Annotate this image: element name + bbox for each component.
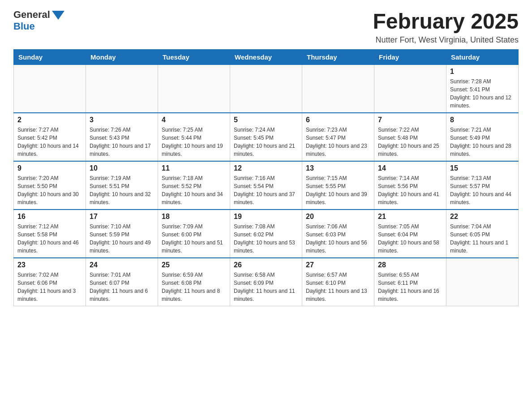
table-row: 10Sunrise: 7:19 AMSunset: 5:51 PMDayligh…: [86, 161, 158, 210]
logo-blue-text: Blue: [13, 21, 35, 32]
calendar-week-row: 16Sunrise: 7:12 AMSunset: 5:58 PMDayligh…: [14, 210, 519, 258]
day-info: Sunrise: 7:25 AMSunset: 5:44 PMDaylight:…: [162, 126, 226, 158]
logo-triangle-icon: [52, 11, 64, 20]
table-row: 23Sunrise: 7:02 AMSunset: 6:06 PMDayligh…: [14, 258, 86, 306]
day-number: 9: [17, 164, 82, 172]
day-number: 17: [90, 213, 154, 221]
day-info: Sunrise: 7:26 AMSunset: 5:43 PMDaylight:…: [90, 126, 154, 158]
calendar-table: Sunday Monday Tuesday Wednesday Thursday…: [13, 49, 519, 306]
table-row: 2Sunrise: 7:27 AMSunset: 5:42 PMDaylight…: [14, 113, 86, 161]
table-row: 11Sunrise: 7:18 AMSunset: 5:52 PMDayligh…: [158, 161, 230, 210]
table-row: 9Sunrise: 7:20 AMSunset: 5:50 PMDaylight…: [14, 161, 86, 210]
table-row: [374, 65, 446, 113]
day-info: Sunrise: 7:06 AMSunset: 6:03 PMDaylight:…: [306, 223, 370, 255]
day-info: Sunrise: 7:05 AMSunset: 6:04 PMDaylight:…: [378, 223, 442, 255]
table-row: 18Sunrise: 7:09 AMSunset: 6:00 PMDayligh…: [158, 210, 230, 258]
day-number: 16: [17, 213, 82, 221]
day-info: Sunrise: 7:28 AMSunset: 5:41 PMDaylight:…: [450, 77, 515, 110]
day-number: 7: [378, 116, 442, 124]
day-info: Sunrise: 7:12 AMSunset: 5:58 PMDaylight:…: [17, 223, 82, 255]
day-info: Sunrise: 7:10 AMSunset: 5:59 PMDaylight:…: [90, 223, 154, 255]
day-number: 14: [378, 164, 442, 172]
day-number: 21: [378, 213, 442, 221]
header-friday: Friday: [374, 50, 446, 65]
day-number: 2: [17, 116, 82, 124]
day-number: 20: [306, 213, 370, 221]
table-row: 1Sunrise: 7:28 AMSunset: 5:41 PMDaylight…: [446, 65, 519, 113]
day-number: 27: [306, 261, 370, 269]
table-row: 22Sunrise: 7:04 AMSunset: 6:05 PMDayligh…: [446, 210, 519, 258]
day-info: Sunrise: 7:27 AMSunset: 5:42 PMDaylight:…: [17, 126, 82, 158]
table-row: 6Sunrise: 7:23 AMSunset: 5:47 PMDaylight…: [302, 113, 374, 161]
day-info: Sunrise: 7:24 AMSunset: 5:45 PMDaylight:…: [234, 126, 298, 158]
day-number: 15: [450, 164, 515, 172]
day-info: Sunrise: 6:55 AMSunset: 6:11 PMDaylight:…: [378, 271, 442, 303]
day-info: Sunrise: 7:18 AMSunset: 5:52 PMDaylight:…: [162, 174, 226, 206]
day-info: Sunrise: 6:58 AMSunset: 6:09 PMDaylight:…: [234, 271, 298, 303]
day-info: Sunrise: 6:57 AMSunset: 6:10 PMDaylight:…: [306, 271, 370, 303]
day-info: Sunrise: 7:04 AMSunset: 6:05 PMDaylight:…: [450, 223, 515, 255]
month-title: February 2025: [373, 9, 519, 34]
table-row: [446, 258, 519, 306]
header-thursday: Thursday: [302, 50, 374, 65]
table-row: 5Sunrise: 7:24 AMSunset: 5:45 PMDaylight…: [230, 113, 302, 161]
day-info: Sunrise: 7:09 AMSunset: 6:00 PMDaylight:…: [162, 223, 226, 255]
table-row: 14Sunrise: 7:14 AMSunset: 5:56 PMDayligh…: [374, 161, 446, 210]
table-row: [14, 65, 86, 113]
day-info: Sunrise: 7:15 AMSunset: 5:55 PMDaylight:…: [306, 174, 370, 206]
day-number: 12: [234, 164, 298, 172]
day-number: 22: [450, 213, 515, 221]
calendar-week-row: 2Sunrise: 7:27 AMSunset: 5:42 PMDaylight…: [14, 113, 519, 161]
table-row: 21Sunrise: 7:05 AMSunset: 6:04 PMDayligh…: [374, 210, 446, 258]
day-info: Sunrise: 7:20 AMSunset: 5:50 PMDaylight:…: [17, 174, 82, 206]
day-info: Sunrise: 7:02 AMSunset: 6:06 PMDaylight:…: [17, 271, 82, 303]
table-row: 15Sunrise: 7:13 AMSunset: 5:57 PMDayligh…: [446, 161, 519, 210]
day-number: 24: [90, 261, 154, 269]
table-row: 24Sunrise: 7:01 AMSunset: 6:07 PMDayligh…: [86, 258, 158, 306]
day-info: Sunrise: 7:14 AMSunset: 5:56 PMDaylight:…: [378, 174, 442, 206]
header-wednesday: Wednesday: [230, 50, 302, 65]
table-row: 12Sunrise: 7:16 AMSunset: 5:54 PMDayligh…: [230, 161, 302, 210]
table-row: 16Sunrise: 7:12 AMSunset: 5:58 PMDayligh…: [14, 210, 86, 258]
table-row: 7Sunrise: 7:22 AMSunset: 5:48 PMDaylight…: [374, 113, 446, 161]
day-number: 6: [306, 116, 370, 124]
day-info: Sunrise: 6:59 AMSunset: 6:08 PMDaylight:…: [162, 271, 226, 303]
header-monday: Monday: [86, 50, 158, 65]
calendar-header-row: Sunday Monday Tuesday Wednesday Thursday…: [14, 50, 519, 65]
table-row: [158, 65, 230, 113]
calendar-week-row: 9Sunrise: 7:20 AMSunset: 5:50 PMDaylight…: [14, 161, 519, 210]
table-row: [86, 65, 158, 113]
table-row: [302, 65, 374, 113]
table-row: 13Sunrise: 7:15 AMSunset: 5:55 PMDayligh…: [302, 161, 374, 210]
day-info: Sunrise: 7:22 AMSunset: 5:48 PMDaylight:…: [378, 126, 442, 158]
day-info: Sunrise: 7:08 AMSunset: 6:02 PMDaylight:…: [234, 223, 298, 255]
day-number: 25: [162, 261, 226, 269]
day-info: Sunrise: 7:21 AMSunset: 5:49 PMDaylight:…: [450, 126, 515, 158]
calendar-week-row: 23Sunrise: 7:02 AMSunset: 6:06 PMDayligh…: [14, 258, 519, 306]
day-info: Sunrise: 7:01 AMSunset: 6:07 PMDaylight:…: [90, 271, 154, 303]
day-number: 19: [234, 213, 298, 221]
header-saturday: Saturday: [446, 50, 519, 65]
day-number: 13: [306, 164, 370, 172]
title-area: February 2025 Nutter Fort, West Virginia…: [373, 9, 519, 45]
day-number: 11: [162, 164, 226, 172]
table-row: 20Sunrise: 7:06 AMSunset: 6:03 PMDayligh…: [302, 210, 374, 258]
table-row: 4Sunrise: 7:25 AMSunset: 5:44 PMDaylight…: [158, 113, 230, 161]
table-row: 3Sunrise: 7:26 AMSunset: 5:43 PMDaylight…: [86, 113, 158, 161]
day-number: 5: [234, 116, 298, 124]
table-row: 19Sunrise: 7:08 AMSunset: 6:02 PMDayligh…: [230, 210, 302, 258]
day-number: 1: [450, 68, 515, 76]
table-row: [230, 65, 302, 113]
table-row: 28Sunrise: 6:55 AMSunset: 6:11 PMDayligh…: [374, 258, 446, 306]
day-info: Sunrise: 7:19 AMSunset: 5:51 PMDaylight:…: [90, 174, 154, 206]
table-row: 26Sunrise: 6:58 AMSunset: 6:09 PMDayligh…: [230, 258, 302, 306]
day-number: 28: [378, 261, 442, 269]
header-tuesday: Tuesday: [158, 50, 230, 65]
day-number: 4: [162, 116, 226, 124]
calendar-week-row: 1Sunrise: 7:28 AMSunset: 5:41 PMDaylight…: [14, 65, 519, 113]
logo-general-text: General: [13, 9, 50, 21]
day-number: 18: [162, 213, 226, 221]
table-row: 8Sunrise: 7:21 AMSunset: 5:49 PMDaylight…: [446, 113, 519, 161]
logo: General Blue: [13, 9, 64, 32]
day-number: 3: [90, 116, 154, 124]
